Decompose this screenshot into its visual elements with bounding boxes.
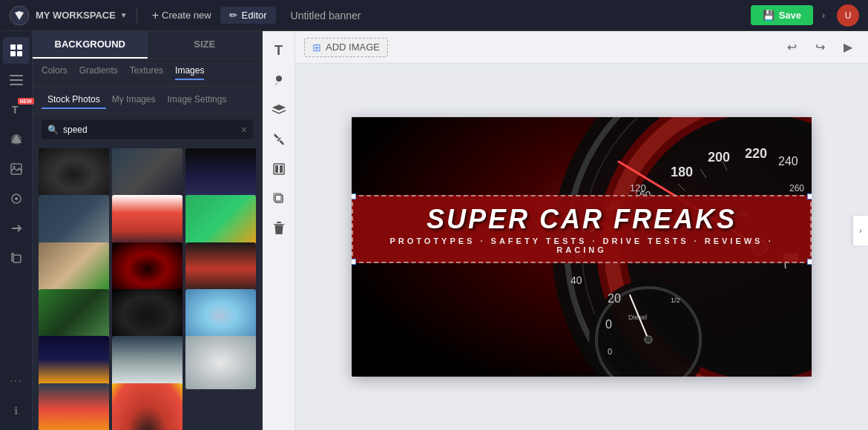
add-image-button[interactable]: ⊞ ADD IMAGE [304, 38, 388, 57]
color-tool-button[interactable] [266, 67, 292, 93]
svg-rect-18 [280, 165, 283, 173]
selection-handle-bl[interactable] [352, 259, 356, 265]
list-item[interactable] [112, 383, 183, 430]
icon-rail: NEW T [0, 31, 33, 430]
list-item[interactable] [39, 242, 109, 295]
side-panel: BACKGROUND SIZE Colors Gradients Texture… [33, 31, 263, 430]
text-tool-button[interactable]: T [266, 37, 292, 64]
svg-text:240: 240 [778, 155, 798, 168]
rail-home-icon[interactable] [3, 37, 30, 64]
rail-shapes-icon[interactable] [3, 126, 30, 153]
tab-size[interactable]: SIZE [148, 31, 263, 59]
search-bar: 🔍 × [42, 120, 253, 139]
list-item[interactable] [39, 195, 109, 248]
pencil-icon: ✏ [229, 10, 237, 21]
svg-text:180: 180 [671, 165, 693, 179]
list-item[interactable] [39, 289, 109, 342]
list-item[interactable] [112, 148, 183, 201]
svg-point-15 [276, 76, 282, 82]
canvas-right-chevron[interactable]: › [853, 216, 868, 245]
list-item[interactable] [39, 336, 109, 388]
subtab-images[interactable]: Images [175, 65, 204, 80]
avatar[interactable]: U [837, 4, 859, 27]
rail-copy-icon[interactable] [3, 245, 30, 271]
workspace-button[interactable]: MY WORKSPACE ▼ [36, 10, 128, 21]
svg-text:20: 20 [608, 292, 621, 305]
list-item[interactable] [185, 289, 256, 342]
search-clear-button[interactable]: × [241, 124, 247, 136]
svg-text:260: 260 [789, 183, 804, 194]
editor-button[interactable]: ✏ Editor [220, 7, 276, 24]
svg-rect-3 [10, 51, 16, 56]
workspace-dropdown-icon: ▼ [120, 11, 128, 19]
selection-handle-br[interactable] [807, 259, 812, 265]
banner-canvas[interactable]: 180 200 220 240 160 260 km/h [352, 117, 812, 377]
svg-rect-14 [13, 255, 21, 262]
undo-button[interactable]: ↩ [780, 36, 803, 59]
svg-text:220: 220 [745, 146, 767, 161]
link-tool-button[interactable] [266, 126, 292, 153]
list-item[interactable] [39, 148, 109, 201]
tab-image-settings[interactable]: Image Settings [161, 91, 232, 109]
plus-icon: ⊞ [312, 42, 321, 53]
rail-text-icon[interactable]: NEW T [3, 96, 30, 123]
selection-handle-tr[interactable] [807, 194, 812, 199]
plus-icon: + [152, 9, 159, 22]
subtab-textures[interactable]: Textures [130, 65, 163, 80]
svg-text:0: 0 [605, 318, 612, 331]
duplicate-tool-button[interactable] [266, 185, 292, 212]
svg-rect-22 [274, 224, 284, 225]
svg-text:40: 40 [571, 274, 582, 286]
panel-img-tabs: Stock Photos My Images Image Settings [33, 87, 262, 114]
svg-text:0: 0 [608, 347, 612, 356]
list-item[interactable] [39, 383, 109, 430]
svg-rect-2 [17, 44, 22, 50]
tab-stock-photos[interactable]: Stock Photos [42, 91, 106, 109]
document-title[interactable]: Untitled banner [291, 10, 745, 22]
rail-speech-icon[interactable] [3, 185, 30, 212]
panel-subtabs: Colors Gradients Textures Images [33, 59, 262, 87]
list-item[interactable] [112, 195, 183, 248]
rail-photos-icon[interactable] [3, 156, 30, 182]
create-new-button[interactable]: + Create new [152, 9, 211, 22]
banner-subtitle: PROTOTYPES · SAFETY TESTS · DRIVE TESTS … [368, 236, 795, 254]
animation-tool-button[interactable] [266, 156, 292, 182]
tab-background[interactable]: BACKGROUND [33, 31, 148, 59]
svg-rect-6 [10, 79, 23, 81]
svg-point-11 [13, 166, 15, 168]
list-item[interactable] [185, 148, 256, 201]
rail-arrow-icon[interactable] [3, 215, 30, 242]
rail-info-icon[interactable]: ℹ [3, 397, 30, 424]
rail-more-icon[interactable]: ··· [3, 368, 30, 394]
list-item[interactable] [112, 289, 183, 342]
list-item[interactable] [112, 242, 183, 295]
redo-button[interactable]: ↪ [809, 36, 831, 59]
svg-rect-1 [10, 44, 16, 50]
svg-rect-21 [277, 222, 281, 223]
selection-handle-tl[interactable] [352, 194, 356, 199]
canvas-content: 180 200 220 240 160 260 km/h [295, 64, 868, 430]
list-item[interactable] [185, 195, 256, 248]
canvas-area: ⊞ ADD IMAGE ↩ ↪ ▶ [295, 31, 868, 430]
tab-my-images[interactable]: My Images [106, 91, 162, 109]
play-button[interactable]: ▶ [837, 36, 859, 59]
list-item[interactable] [112, 336, 183, 388]
delete-tool-button[interactable] [266, 215, 292, 242]
search-input[interactable] [63, 125, 237, 135]
topbar: MY WORKSPACE ▼ + Create new ✏ Editor Unt… [0, 0, 868, 31]
rail-layers-icon[interactable] [3, 67, 30, 93]
subtab-gradients[interactable]: Gradients [79, 65, 118, 80]
save-button[interactable]: 💾 Save [751, 5, 813, 25]
svg-text:200: 200 [708, 150, 730, 165]
svg-text:1/2: 1/2 [671, 297, 680, 304]
svg-point-13 [15, 197, 18, 200]
banner-text-block[interactable]: SUPER CAR FREAKS PROTOTYPES · SAFETY TES… [352, 195, 812, 263]
svg-rect-4 [17, 51, 22, 56]
panel-tabs: BACKGROUND SIZE [33, 31, 262, 59]
layers-tool-button[interactable] [266, 96, 292, 123]
list-item[interactable] [185, 242, 256, 295]
list-item[interactable] [185, 336, 256, 388]
subtab-colors[interactable]: Colors [42, 65, 68, 80]
topbar-divider [137, 8, 137, 23]
main-layout: NEW T [0, 31, 868, 430]
